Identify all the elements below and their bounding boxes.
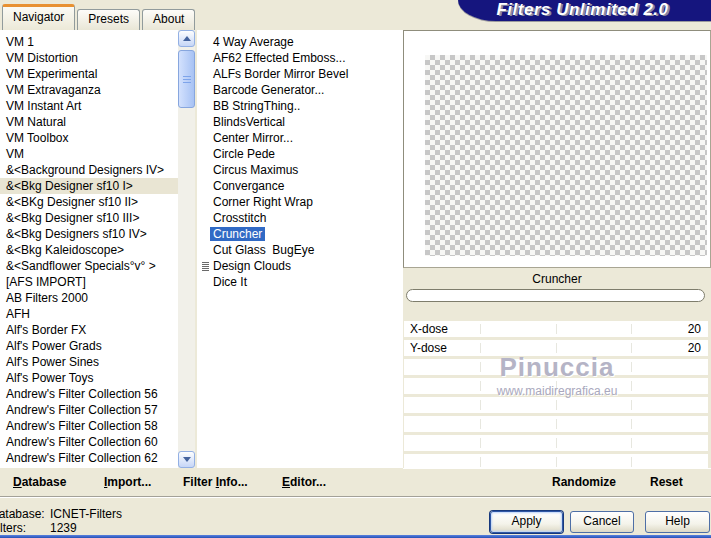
filter-name-label: Cruncher xyxy=(403,272,711,286)
filter-item[interactable]: Circus Maximus xyxy=(197,162,403,178)
filter-item-label: Circus Maximus xyxy=(213,163,298,177)
category-item[interactable]: &<Bkg Designer sf10 III> xyxy=(0,210,178,226)
slider-row[interactable] xyxy=(404,397,708,413)
app-title: Filters Unlimited 2.0 xyxy=(458,0,711,20)
right-panel: Cruncher X-dose20Y-dose20 Pinuccia www.m… xyxy=(403,30,711,468)
category-item[interactable]: VM Toolbox xyxy=(0,130,178,146)
category-item[interactable]: Andrew's Filter Collection 60 xyxy=(0,434,178,450)
slider-value: 20 xyxy=(688,321,701,337)
category-item[interactable]: Andrew's Filter Collection 58 xyxy=(0,418,178,434)
category-item[interactable]: VM Natural xyxy=(0,114,178,130)
slider-row[interactable]: X-dose20 xyxy=(404,321,708,337)
filter-item[interactable]: Barcode Generator... xyxy=(197,82,403,98)
slider-row[interactable] xyxy=(404,359,708,375)
cancel-button[interactable]: Cancel xyxy=(570,511,634,533)
category-item[interactable]: Andrew's Filter Collection 62 xyxy=(0,450,178,466)
category-item[interactable]: &<Sandflower Specials°v° > xyxy=(0,258,178,274)
category-scrollbar[interactable] xyxy=(178,30,195,468)
category-item[interactable]: &<Bkg Designer sf10 I> xyxy=(0,178,178,194)
slider-value: 20 xyxy=(688,340,701,356)
reset-button[interactable]: Reset xyxy=(650,475,683,489)
menu-item-database[interactable]: Database xyxy=(13,475,66,489)
slider-row[interactable]: Y-dose20 xyxy=(404,340,708,356)
filters-value: 1239 xyxy=(50,521,77,535)
category-item[interactable]: Alf's Power Toys xyxy=(0,370,178,386)
randomize-button[interactable]: Randomize xyxy=(552,475,616,489)
category-item[interactable]: VM Distortion xyxy=(0,50,178,66)
menu-item-import[interactable]: Import... xyxy=(104,475,151,489)
filter-item[interactable]: AF62 Effected Emboss... xyxy=(197,50,403,66)
category-item[interactable]: VM Instant Art xyxy=(0,98,178,114)
category-item[interactable]: [AFS IMPORT] xyxy=(0,274,178,290)
filter-list[interactable]: 4 Way AverageAF62 Effected Emboss...ALFs… xyxy=(197,30,403,468)
category-list[interactable]: VM 1VM DistortionVM ExperimentalVM Extra… xyxy=(0,30,178,468)
scrollbar-grip-icon xyxy=(183,75,191,83)
filter-item[interactable]: 4 Way Average xyxy=(197,34,403,50)
tab-about[interactable]: About xyxy=(142,9,195,30)
category-item[interactable]: Alf's Power Sines xyxy=(0,354,178,370)
help-button[interactable]: Help xyxy=(645,511,710,533)
filter-item[interactable]: Corner Right Wrap xyxy=(197,194,403,210)
filter-item[interactable]: BB StringThing.. xyxy=(197,98,403,114)
menu-item-filter-info[interactable]: Filter Info... xyxy=(183,475,248,489)
parameter-panel: Cruncher X-dose20Y-dose20 Pinuccia www.m… xyxy=(403,268,711,468)
category-item[interactable]: AFH xyxy=(0,306,178,322)
category-item[interactable]: Alf's Power Grads xyxy=(0,338,178,354)
preview-pane xyxy=(403,30,711,268)
tab-presets[interactable]: Presets xyxy=(77,9,140,30)
slider-rows: X-dose20Y-dose20 xyxy=(404,321,708,468)
tab-strip: NavigatorPresetsAbout xyxy=(2,5,197,30)
filter-item-label: Dice It xyxy=(213,275,247,289)
filter-item-label: BB StringThing.. xyxy=(213,99,300,113)
slider-label: X-dose xyxy=(410,321,448,337)
category-item[interactable]: VM Extravaganza xyxy=(0,82,178,98)
category-item[interactable]: &<Bkg Kaleidoscope> xyxy=(0,242,178,258)
chevron-up-icon xyxy=(183,36,191,41)
apply-button[interactable]: Apply xyxy=(490,511,563,533)
filter-item-label: Convergance xyxy=(213,179,284,193)
scrollbar-thumb[interactable] xyxy=(178,50,195,108)
filter-item-label: Center Mirror... xyxy=(213,131,293,145)
database-label: Database: xyxy=(0,507,45,521)
filter-item[interactable]: Crosstitch xyxy=(197,210,403,226)
category-item[interactable]: VM 1 xyxy=(0,34,178,50)
category-item[interactable]: VM xyxy=(0,146,178,162)
progress-bar xyxy=(406,289,705,302)
filter-item[interactable]: ALFs Border Mirror Bevel xyxy=(197,66,403,82)
category-item[interactable]: AB Filters 2000 xyxy=(0,290,178,306)
tab-navigator[interactable]: Navigator xyxy=(2,4,75,30)
status-bar: Database: ICNET-Filters Filters: 1239 Ap… xyxy=(0,498,711,535)
filter-item[interactable]: Dice It xyxy=(197,274,403,290)
slider-row[interactable] xyxy=(404,416,708,432)
category-item[interactable]: VM Experimental xyxy=(0,66,178,82)
stacked-lines-icon xyxy=(202,262,209,271)
filter-item-label: BlindsVertical xyxy=(213,115,285,129)
menu-item-editor[interactable]: Editor... xyxy=(282,475,326,489)
filter-item-label: Circle Pede xyxy=(213,147,275,161)
filter-item[interactable]: Center Mirror... xyxy=(197,130,403,146)
transparency-checkerboard xyxy=(425,55,707,256)
filter-item-label: AF62 Effected Emboss... xyxy=(213,51,346,65)
filters-label: Filters: xyxy=(0,521,26,535)
category-item[interactable]: &<Background Designers IV> xyxy=(0,162,178,178)
category-item[interactable]: &<BKg Designer sf10 II> xyxy=(0,194,178,210)
slider-row[interactable] xyxy=(404,454,708,468)
slider-row[interactable] xyxy=(404,378,708,394)
filter-item[interactable]: Design Clouds xyxy=(197,258,403,274)
scroll-down-button[interactable] xyxy=(178,451,195,468)
category-item[interactable]: Andrew's Filter Collection 57 xyxy=(0,402,178,418)
filter-item[interactable]: Cruncher xyxy=(197,226,403,242)
filter-item[interactable]: Circle Pede xyxy=(197,146,403,162)
randomize-bar: Randomize Reset xyxy=(403,468,711,496)
filter-item-label: Crosstitch xyxy=(213,211,266,225)
category-item[interactable]: Andrew's Filter Collection 56 xyxy=(0,386,178,402)
category-item[interactable]: &<Bkg Designers sf10 IV> xyxy=(0,226,178,242)
filter-item[interactable]: Convergance xyxy=(197,178,403,194)
scroll-up-button[interactable] xyxy=(178,30,195,47)
database-value: ICNET-Filters xyxy=(50,507,122,521)
filter-item[interactable]: Cut Glass BugEye xyxy=(197,242,403,258)
category-item[interactable]: Alf's Border FX xyxy=(0,322,178,338)
menu-row: DatabaseImport...Filter Info...Editor... xyxy=(0,468,403,496)
slider-row[interactable] xyxy=(404,435,708,451)
filter-item[interactable]: BlindsVertical xyxy=(197,114,403,130)
